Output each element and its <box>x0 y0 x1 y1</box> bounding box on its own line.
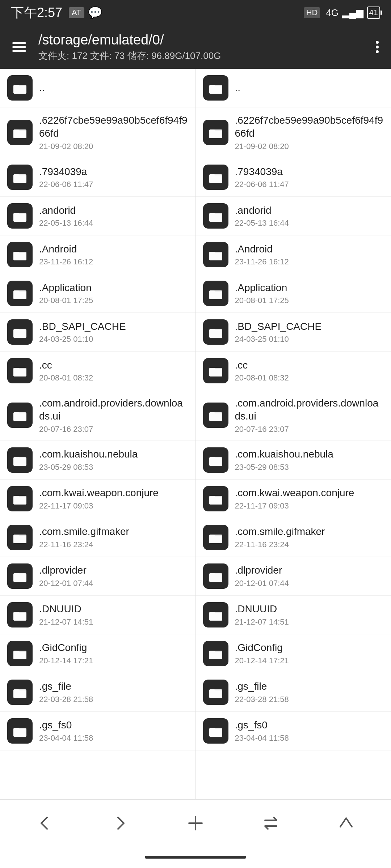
time-label: 下午2:57 <box>11 4 62 22</box>
bottom-nav <box>0 799 391 846</box>
folder-icon <box>7 641 33 666</box>
hd-label: HD <box>304 7 320 18</box>
list-item[interactable]: .com.smile.gifmaker22-11-16 23:24 <box>196 518 391 557</box>
file-date: 22-11-17 09:03 <box>235 501 384 511</box>
folder-icon <box>7 447 33 473</box>
file-name: .com.android.providers.downloads.ui <box>39 397 188 423</box>
file-date: 21-12-07 14:51 <box>235 617 384 627</box>
list-item[interactable]: .gs_file22-03-28 21:58 <box>0 673 196 712</box>
more-options-button[interactable] <box>372 37 382 57</box>
file-date: 22-06-06 11:47 <box>39 180 188 189</box>
swap-button[interactable] <box>255 807 287 839</box>
list-item[interactable]: .cc20-08-01 08:32 <box>196 352 391 390</box>
list-item[interactable]: .com.android.providers.downloads.ui20-07… <box>196 390 391 441</box>
folder-icon <box>7 602 33 627</box>
file-name: .Android <box>235 243 384 256</box>
add-button[interactable] <box>179 807 212 839</box>
file-date: 22-11-16 23:24 <box>39 540 188 549</box>
forward-button[interactable] <box>104 807 136 839</box>
battery-icon: 41 <box>367 7 380 19</box>
toolbar-info: /storage/emulated/0/ 文件夹: 172 文件: 73 储存:… <box>38 32 363 63</box>
right-pane: .. .6226f7cbe59e99a90b5cef6f94f966fd21-0… <box>196 69 391 799</box>
list-item[interactable]: .gs_fs023-04-04 11:58 <box>196 712 391 750</box>
file-date: 20-08-01 17:25 <box>39 296 188 305</box>
file-name: .gs_file <box>39 680 188 693</box>
list-item[interactable]: .com.kuaishou.nebula23-05-29 08:53 <box>0 441 196 480</box>
folder-icon <box>7 718 33 744</box>
list-item[interactable]: .com.kwai.weapon.conjure22-11-17 09:03 <box>0 480 196 518</box>
list-item[interactable]: .com.android.providers.downloads.ui20-07… <box>0 390 196 441</box>
list-item[interactable]: .cc20-08-01 08:32 <box>0 352 196 390</box>
folder-icon <box>7 75 33 101</box>
list-item[interactable]: .7934039a22-06-06 11:47 <box>196 158 391 197</box>
list-item[interactable]: .BD_SAPI_CACHE24-03-25 01:10 <box>196 313 391 352</box>
file-name: .cc <box>39 359 188 372</box>
list-item[interactable]: .dlprovider20-12-01 07:44 <box>196 557 391 596</box>
file-date: 20-12-14 17:21 <box>39 656 188 665</box>
folder-icon <box>203 680 228 705</box>
file-date: 22-03-28 21:58 <box>39 695 188 704</box>
file-name: .com.kwai.weapon.conjure <box>235 486 384 499</box>
list-item[interactable]: .com.smile.gifmaker22-11-16 23:24 <box>0 518 196 557</box>
list-item[interactable]: .6226f7cbe59e99a90b5cef6f94f966fd21-09-0… <box>0 107 196 158</box>
file-name: .7934039a <box>235 165 384 178</box>
list-item[interactable]: .gs_fs023-04-04 11:58 <box>0 712 196 750</box>
file-name: .com.smile.gifmaker <box>39 525 188 538</box>
status-icons: AT 💬 <box>69 6 102 20</box>
list-item[interactable]: .DNUUID21-12-07 14:51 <box>196 596 391 634</box>
file-date: 24-03-25 01:10 <box>235 335 384 344</box>
file-date: 22-05-13 16:44 <box>235 218 384 228</box>
list-item[interactable]: .GidConfig20-12-14 17:21 <box>196 634 391 673</box>
back-button[interactable] <box>29 807 61 839</box>
list-item[interactable]: .com.kuaishou.nebula23-05-29 08:53 <box>196 441 391 480</box>
file-date: 23-05-29 08:53 <box>39 463 188 472</box>
file-name: .andorid <box>39 204 188 217</box>
list-item[interactable]: .andorid22-05-13 16:44 <box>0 197 196 235</box>
file-name: .Android <box>39 243 188 256</box>
folder-icon <box>203 203 228 229</box>
list-item[interactable]: .Android23-11-26 16:12 <box>0 235 196 274</box>
file-date: 20-08-01 08:32 <box>39 373 188 383</box>
file-name: .com.smile.gifmaker <box>235 525 384 538</box>
folder-icon <box>203 403 228 428</box>
list-item[interactable]: .Application20-08-01 17:25 <box>0 274 196 313</box>
file-date: 23-11-26 16:12 <box>39 257 188 267</box>
folder-icon <box>203 358 228 383</box>
file-name: .gs_fs0 <box>39 719 188 732</box>
file-name: .cc <box>235 359 384 372</box>
list-item[interactable]: .DNUUID21-12-07 14:51 <box>0 596 196 634</box>
list-item[interactable]: .com.kwai.weapon.conjure22-11-17 09:03 <box>196 480 391 518</box>
file-date: 20-08-01 17:25 <box>235 296 384 305</box>
file-date: 23-04-04 11:58 <box>39 733 188 743</box>
list-item[interactable]: .7934039a22-06-06 11:47 <box>0 158 196 197</box>
file-name: .gs_fs0 <box>235 719 384 732</box>
list-item[interactable]: .BD_SAPI_CACHE24-03-25 01:10 <box>0 313 196 352</box>
file-date: 23-04-04 11:58 <box>235 733 384 743</box>
file-name: .GidConfig <box>39 641 188 654</box>
folder-icon <box>203 447 228 473</box>
up-button[interactable] <box>330 807 362 839</box>
list-item[interactable]: .andorid22-05-13 16:44 <box>196 197 391 235</box>
list-item[interactable]: .GidConfig20-12-14 17:21 <box>0 634 196 673</box>
file-name: .Application <box>235 281 384 294</box>
list-item[interactable]: .gs_file22-03-28 21:58 <box>196 673 391 712</box>
list-item[interactable]: .dlprovider20-12-01 07:44 <box>0 557 196 596</box>
menu-button[interactable] <box>9 39 30 55</box>
folder-icon <box>203 165 228 190</box>
file-date: 21-09-02 08:20 <box>39 142 188 151</box>
list-item[interactable]: .. <box>196 69 391 107</box>
signal-label: 4G <box>326 7 339 18</box>
status-right-icons: HD 4G ▂▄▆ 41 <box>304 7 380 19</box>
status-bar: 下午2:57 AT 💬 HD 4G ▂▄▆ 41 <box>0 0 391 25</box>
file-date: 22-05-13 16:44 <box>39 218 188 228</box>
list-item[interactable]: .Android23-11-26 16:12 <box>196 235 391 274</box>
file-name: .BD_SAPI_CACHE <box>235 320 384 333</box>
file-name: .com.kuaishou.nebula <box>235 448 384 461</box>
file-date: 23-05-29 08:53 <box>235 463 384 472</box>
file-name: .6226f7cbe59e99a90b5cef6f94f966fd <box>235 114 384 140</box>
list-item[interactable]: .Application20-08-01 17:25 <box>196 274 391 313</box>
file-name: .andorid <box>235 204 384 217</box>
list-item[interactable]: .6226f7cbe59e99a90b5cef6f94f966fd21-09-0… <box>196 107 391 158</box>
list-item[interactable]: .. <box>0 69 196 107</box>
home-indicator <box>0 846 391 868</box>
